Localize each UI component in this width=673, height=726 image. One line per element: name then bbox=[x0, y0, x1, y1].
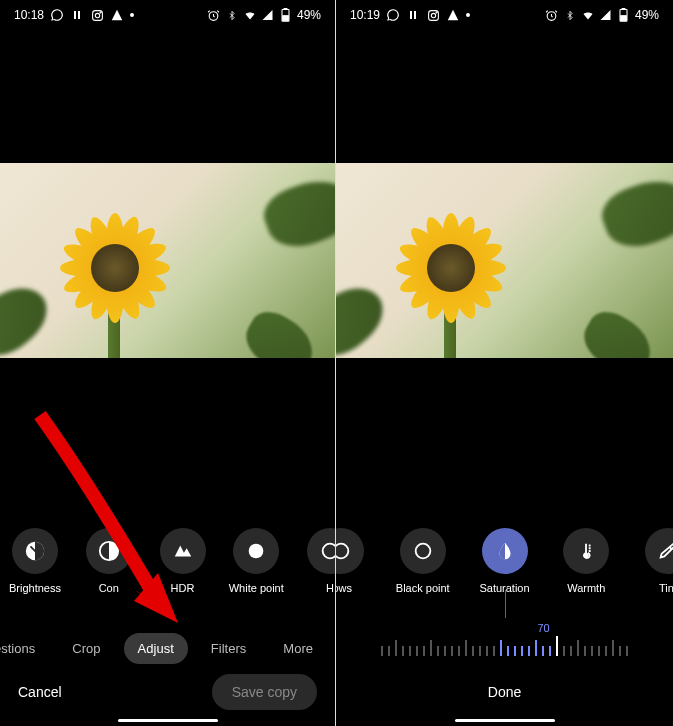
cancel-button[interactable]: Cancel bbox=[18, 684, 62, 700]
annotation-arrow-icon bbox=[30, 405, 190, 645]
battery-icon bbox=[617, 8, 631, 22]
whitepoint-icon bbox=[245, 540, 267, 562]
svg-rect-22 bbox=[621, 16, 627, 21]
svg-rect-21 bbox=[623, 8, 626, 9]
battery-icon bbox=[279, 8, 293, 22]
alarm-icon bbox=[545, 8, 559, 22]
whatsapp-icon bbox=[50, 8, 64, 22]
svg-point-25 bbox=[584, 554, 588, 558]
adjust-label: Con bbox=[99, 582, 119, 594]
notification-dot-icon bbox=[466, 13, 470, 17]
alarm-icon bbox=[207, 8, 221, 22]
svg-point-18 bbox=[435, 11, 436, 12]
triangle-a-icon bbox=[110, 8, 124, 22]
adjust-warmth[interactable]: Warmth bbox=[553, 528, 619, 594]
adjust-label: Saturation bbox=[479, 582, 529, 594]
svg-point-4 bbox=[99, 11, 100, 12]
tab-suggestions[interactable]: estions bbox=[0, 633, 49, 664]
shadows-icon bbox=[336, 540, 352, 562]
adjust-tint[interactable]: Tint bbox=[635, 528, 673, 594]
brightness-icon bbox=[24, 540, 46, 562]
adjust-tools-row[interactable]: Brightness Con HDR White point H bbox=[0, 528, 335, 594]
warmth-icon bbox=[575, 540, 597, 562]
adjust-brightness[interactable]: Brightness bbox=[2, 528, 68, 594]
adjust-label: Warmth bbox=[567, 582, 605, 594]
triangle-a-icon bbox=[446, 8, 460, 22]
save-copy-button[interactable]: Save copy bbox=[212, 674, 317, 710]
bluetooth-icon bbox=[563, 8, 577, 22]
signal-icon bbox=[261, 8, 275, 22]
adjust-label: H bbox=[326, 582, 334, 594]
adjust-highlights[interactable]: H bbox=[297, 528, 335, 594]
svg-rect-0 bbox=[74, 11, 76, 19]
status-time: 10:18 bbox=[14, 8, 44, 22]
svg-rect-15 bbox=[414, 11, 416, 19]
adjust-label: HDR bbox=[171, 582, 195, 594]
photo-preview[interactable] bbox=[0, 163, 335, 358]
tab-adjust[interactable]: Adjust bbox=[124, 633, 188, 664]
svg-rect-1 bbox=[78, 11, 80, 19]
tab-more[interactable]: More bbox=[269, 633, 327, 664]
bluetooth-icon bbox=[225, 8, 239, 22]
adjust-shadows[interactable]: lows bbox=[336, 528, 374, 594]
slider-ticks[interactable] bbox=[381, 636, 628, 656]
bottom-actions: Cancel Save copy bbox=[0, 668, 335, 726]
slider-value-label: 70 bbox=[537, 622, 549, 634]
done-button[interactable]: Done bbox=[488, 684, 521, 700]
svg-point-24 bbox=[415, 544, 430, 559]
svg-point-13 bbox=[323, 544, 335, 559]
adjust-tools-row[interactable]: lows Black point Saturation Warmth Tint bbox=[336, 528, 673, 594]
tab-crop[interactable]: Crop bbox=[58, 633, 114, 664]
highlights-icon bbox=[319, 540, 335, 562]
home-indicator[interactable] bbox=[118, 719, 218, 722]
svg-point-12 bbox=[249, 544, 264, 559]
phone-screen-right: 10:19 49% bbox=[336, 0, 673, 726]
status-bar: 10:18 49% bbox=[0, 0, 335, 28]
status-battery-pct: 49% bbox=[297, 8, 321, 22]
svg-point-23 bbox=[336, 544, 348, 559]
svg-point-3 bbox=[95, 13, 99, 17]
phone-screen-left: 10:18 49% bbox=[0, 0, 336, 726]
tab-filters[interactable]: Filters bbox=[197, 633, 260, 664]
contrast-icon bbox=[98, 540, 120, 562]
photo-preview[interactable] bbox=[336, 163, 673, 358]
wifi-icon bbox=[243, 8, 257, 22]
tint-icon bbox=[657, 540, 673, 562]
hdr-icon bbox=[172, 540, 194, 562]
adjustment-slider[interactable]: 70 bbox=[336, 614, 673, 664]
adjust-label: Tint bbox=[659, 582, 673, 594]
svg-rect-8 bbox=[283, 16, 289, 21]
adjust-hdr[interactable]: HDR bbox=[150, 528, 216, 594]
svg-rect-14 bbox=[410, 11, 412, 19]
instagram-icon bbox=[90, 8, 104, 22]
bottom-actions: Done bbox=[336, 668, 673, 726]
adjust-label: White point bbox=[229, 582, 284, 594]
pause-icon bbox=[406, 8, 420, 22]
svg-point-17 bbox=[431, 13, 435, 17]
whatsapp-icon bbox=[386, 8, 400, 22]
home-indicator[interactable] bbox=[455, 719, 555, 722]
adjust-label: Brightness bbox=[9, 582, 61, 594]
signal-icon bbox=[599, 8, 613, 22]
status-battery-pct: 49% bbox=[635, 8, 659, 22]
adjust-blackpoint[interactable]: Black point bbox=[390, 528, 456, 594]
notification-dot-icon bbox=[130, 13, 134, 17]
adjust-contrast[interactable]: Con bbox=[76, 528, 142, 594]
instagram-icon bbox=[426, 8, 440, 22]
status-time: 10:19 bbox=[350, 8, 380, 22]
svg-rect-7 bbox=[285, 8, 288, 9]
pause-icon bbox=[70, 8, 84, 22]
adjust-saturation[interactable]: Saturation bbox=[472, 528, 538, 594]
editor-tabs: estions Crop Adjust Filters More bbox=[0, 633, 335, 664]
adjust-label: lows bbox=[336, 582, 352, 594]
saturation-icon bbox=[494, 540, 516, 562]
adjust-label: Black point bbox=[396, 582, 450, 594]
status-bar: 10:19 49% bbox=[336, 0, 673, 28]
wifi-icon bbox=[581, 8, 595, 22]
adjust-whitepoint[interactable]: White point bbox=[223, 528, 289, 594]
blackpoint-icon bbox=[412, 540, 434, 562]
